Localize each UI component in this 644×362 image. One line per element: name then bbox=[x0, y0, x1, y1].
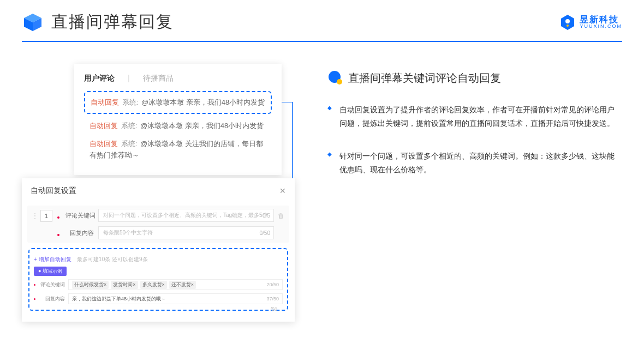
add-rule-hint: 最多可建10条 还可以创建9条 bbox=[77, 256, 147, 262]
brand-name-cn: 昱新科技 bbox=[580, 15, 622, 24]
char-counter: 0/50 bbox=[260, 230, 270, 236]
required-dot-icon bbox=[34, 284, 35, 286]
comment-text: @冰墩墩本墩 亲亲，我们48小时内发货 bbox=[140, 122, 264, 130]
char-counter: 20/50 bbox=[266, 282, 279, 287]
keyword-label: 评论关键词 bbox=[65, 212, 94, 220]
char-counter: /50 bbox=[270, 306, 277, 312]
system-label: 系统: bbox=[122, 98, 139, 106]
add-rule-button[interactable]: + 增加自动回复 bbox=[34, 256, 71, 262]
rule-index: 1 bbox=[40, 210, 52, 222]
auto-reply-badge: 自动回复 bbox=[90, 140, 118, 148]
svg-point-6 bbox=[337, 79, 342, 85]
bullet-item: 自动回复设置为了提升作者的评论回复效率，作者可在开播前针对常见的评论用户问题，提… bbox=[339, 103, 617, 130]
drag-handle-icon[interactable]: ⋮⋮ bbox=[32, 209, 37, 220]
input-placeholder: 每条限50个中文字符 bbox=[103, 229, 153, 237]
brand-logo: 昱新科技 YUUXIN.COM bbox=[559, 14, 622, 31]
keyword-tag: 什么时候发货× bbox=[72, 281, 109, 289]
comments-card: 用户评论 | 待播商品 自动回复 系统: @冰墩墩本墩 亲亲，我们48小时内发货… bbox=[74, 64, 282, 175]
required-dot-icon bbox=[57, 234, 59, 236]
svg-point-3 bbox=[565, 19, 570, 23]
auto-reply-badge: 自动回复 bbox=[90, 122, 118, 130]
example-chip: ● 填写示例 bbox=[34, 267, 67, 276]
bullet-item: 针对同一个问题，可设置多个相近的、高频的关键词。例如：这款多少钱、这块能优惠吗、… bbox=[339, 149, 617, 176]
example-keyword-input: 什么时候发货× 发货时间× 多久发货× 还不发货× 20/50 bbox=[68, 279, 283, 290]
rule-row: ⋮⋮ 1 评论关键词 对同一个问题，可设置多个相近、高频的关键词，Tag确定，最… bbox=[27, 206, 289, 243]
keyword-tag: 还不发货× bbox=[169, 281, 196, 289]
system-label: 系统: bbox=[121, 122, 138, 130]
comment-row: 自动回复 系统: @冰墩墩本墩 亲亲，我们48小时内发货 bbox=[84, 120, 272, 132]
page-title: 直播间弹幕回复 bbox=[51, 11, 174, 33]
comments-tabs: 用户评论 | 待播商品 bbox=[84, 74, 272, 83]
svg-point-4 bbox=[567, 25, 569, 27]
keyword-input[interactable]: 对同一个问题，可设置多个相近、高频的关键词，Tag确定，最多5个 0/5 bbox=[98, 209, 274, 222]
screenshot-panel: 用户评论 | 待播商品 自动回复 系统: @冰墩墩本墩 亲亲，我们48小时内发货… bbox=[22, 64, 306, 325]
tab-products[interactable]: 待播商品 bbox=[143, 74, 174, 83]
required-dot-icon bbox=[34, 298, 35, 300]
tab-user-comments[interactable]: 用户评论 bbox=[84, 74, 115, 83]
content-input[interactable]: 每条限50个中文字符 0/50 bbox=[98, 226, 274, 239]
highlighted-comment: 自动回复 系统: @冰墩墩本墩 亲亲，我们48小时内发货 bbox=[84, 91, 272, 114]
example-callout: + 增加自动回复 最多可建10条 还可以创建9条 ● 填写示例 评论关键词 什么… bbox=[28, 248, 288, 311]
comment-row: 自动回复 系统: @冰墩墩本墩 关注我们的店铺，每日都有热门推荐呦～ bbox=[84, 138, 272, 161]
bullet-list: 自动回复设置为了提升作者的评论回复效率，作者可在开播前针对常见的评论用户问题，提… bbox=[327, 103, 617, 176]
delete-icon[interactable]: 🗑 bbox=[277, 209, 285, 220]
settings-title: 自动回复设置 bbox=[31, 186, 76, 196]
page-header: 直播间弹幕回复 昱新科技 YUUXIN.COM bbox=[0, 0, 644, 33]
chat-bubble-icon bbox=[327, 70, 343, 86]
keyword-tag: 发货时间× bbox=[111, 281, 138, 289]
description-panel: 直播间弹幕关键词评论自动回复 自动回复设置为了提升作者的评论回复效率，作者可在开… bbox=[327, 64, 622, 325]
required-dot-icon bbox=[57, 216, 59, 219]
char-counter: 0/5 bbox=[263, 213, 270, 219]
content-label: 回复内容 bbox=[65, 229, 94, 237]
section-subtitle: 直播间弹幕关键词评论自动回复 bbox=[348, 71, 501, 86]
auto-reply-badge: 自动回复 bbox=[91, 98, 119, 106]
example-content-text: 亲，我们这边都是下单48小时内发货的哦～ bbox=[72, 295, 166, 303]
example-content-label: 回复内容 bbox=[39, 295, 65, 303]
example-content-input: 亲，我们这边都是下单48小时内发货的哦～ 37/50 bbox=[68, 293, 283, 304]
example-keyword-label: 评论关键词 bbox=[39, 281, 65, 288]
brand-name-en: YUUXIN.COM bbox=[580, 24, 622, 29]
input-placeholder: 对同一个问题，可设置多个相近、高频的关键词，Tag确定，最多5个 bbox=[103, 212, 268, 219]
char-counter: 37/50 bbox=[266, 296, 279, 301]
cube-icon bbox=[22, 11, 44, 33]
close-icon[interactable]: ✕ bbox=[279, 186, 286, 195]
system-label: 系统: bbox=[121, 140, 138, 148]
brand-icon bbox=[559, 14, 576, 31]
keyword-tag: 多久发货× bbox=[140, 281, 167, 289]
comment-text: @冰墩墩本墩 亲亲，我们48小时内发货 bbox=[141, 98, 265, 106]
tab-separator: | bbox=[128, 74, 130, 83]
auto-reply-settings-card: 自动回复设置 ✕ ⋮⋮ 1 评论关键词 对同一个问题，可设置多个相近、高频的关键… bbox=[22, 178, 295, 322]
